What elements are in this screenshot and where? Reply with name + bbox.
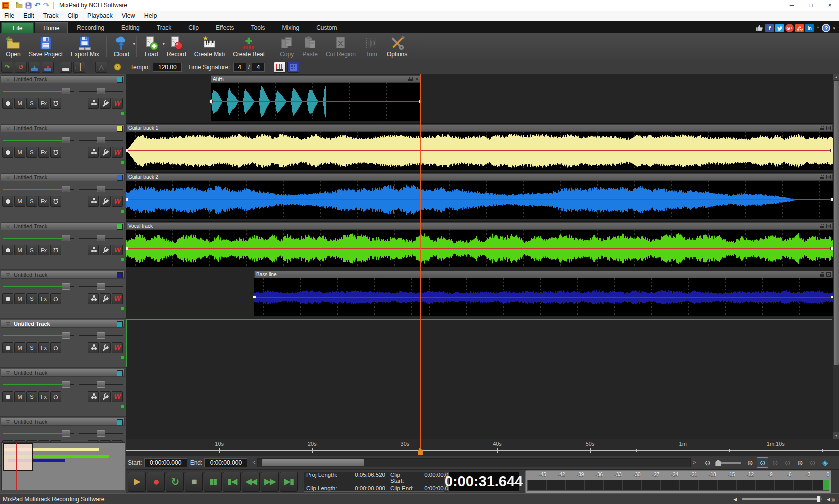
- collapse-track-icon[interactable]: ▽: [6, 321, 10, 326]
- record-button[interactable]: Record: [163, 34, 190, 59]
- record-arm-button[interactable]: [2, 196, 13, 207]
- track-tools-icon[interactable]: [100, 196, 111, 207]
- create-beat-button[interactable]: Create Beat: [229, 34, 269, 59]
- record-arm-button[interactable]: [2, 147, 13, 158]
- track-color-swatch[interactable]: [117, 370, 123, 376]
- track-settings-icon[interactable]: [88, 342, 99, 353]
- track-waveform-icon[interactable]: W: [112, 391, 123, 402]
- volume-slider[interactable]: [3, 136, 74, 144]
- pan-slider-handle[interactable]: [97, 235, 105, 241]
- headphones-button[interactable]: Ω: [50, 293, 61, 304]
- clip-guitar-track-2[interactable]: Guitar track 2×: [126, 173, 833, 219]
- tab-editing[interactable]: Editing: [113, 22, 148, 33]
- envelope-handle-left[interactable]: [209, 100, 213, 103]
- collapse-track-icon[interactable]: ▽: [6, 272, 10, 277]
- tab-file[interactable]: File: [1, 22, 34, 33]
- project-overview-map[interactable]: [1, 442, 125, 490]
- collapse-track-icon[interactable]: ▽: [6, 224, 10, 229]
- scroll-left-icon[interactable]: <: [250, 458, 257, 467]
- track-settings-icon[interactable]: [88, 293, 99, 304]
- volume-slider-handle[interactable]: [62, 332, 70, 339]
- split-clip-button[interactable]: →: [60, 62, 72, 73]
- playhead-line[interactable]: [420, 74, 421, 439]
- sync-button[interactable]: ◔: [111, 62, 123, 73]
- headphones-button[interactable]: Ω: [50, 196, 61, 207]
- tab-custom[interactable]: Custom: [308, 22, 345, 33]
- zoom-project-button[interactable]: ⊕: [794, 457, 806, 468]
- pan-slider-handle[interactable]: [97, 332, 105, 339]
- pan-slider[interactable]: [79, 136, 123, 144]
- pan-slider-handle[interactable]: [97, 430, 105, 437]
- mute-button[interactable]: M: [14, 196, 25, 207]
- tab-home[interactable]: Home: [35, 22, 68, 33]
- clip-header[interactable]: AhHi×: [211, 75, 421, 83]
- fx-button[interactable]: Fx: [38, 98, 49, 109]
- collapse-track-icon[interactable]: ▽: [6, 126, 10, 131]
- fx-button[interactable]: Fx: [38, 245, 49, 255]
- speaker-icon[interactable]: ◄))): [826, 496, 834, 502]
- volume-slider-handle[interactable]: [62, 283, 70, 290]
- headphones-button[interactable]: Ω: [50, 391, 61, 402]
- pan-slider-handle[interactable]: [97, 137, 105, 143]
- clip-header[interactable]: Vocal track×: [126, 222, 833, 230]
- headphones-button[interactable]: Ω: [50, 147, 61, 158]
- quick-open-icon[interactable]: [15, 1, 24, 10]
- delete-track-button[interactable]: ×: [42, 62, 54, 73]
- track-settings-icon[interactable]: [88, 391, 99, 402]
- minimize-button[interactable]: ─: [782, 0, 801, 11]
- clip-ahhi[interactable]: AhHi×: [211, 75, 421, 121]
- track-color-swatch[interactable]: [117, 126, 123, 132]
- volume-slider[interactable]: [3, 381, 74, 389]
- track-tools-icon[interactable]: [100, 98, 111, 109]
- track-settings-icon[interactable]: [88, 196, 99, 207]
- loop-button[interactable]: ↻: [166, 472, 184, 492]
- track-tools-icon[interactable]: [100, 293, 111, 304]
- envelope-handle-right[interactable]: [830, 149, 833, 152]
- clip-vocal-track[interactable]: Vocal track×: [126, 222, 833, 267]
- help-icon[interactable]: ?: [822, 24, 830, 32]
- cloud-button[interactable]: Cloud▾: [110, 34, 133, 59]
- clip-lock-icon[interactable]: [820, 126, 824, 130]
- play-button[interactable]: ▶: [128, 472, 146, 492]
- twitter-icon[interactable]: [775, 24, 784, 32]
- zoom-slider-handle[interactable]: [715, 460, 721, 466]
- menu-edit[interactable]: Edit: [19, 11, 39, 20]
- pan-slider-handle[interactable]: [97, 186, 105, 192]
- track-color-swatch[interactable]: [117, 272, 123, 278]
- grid-view-button[interactable]: [287, 62, 299, 73]
- clip-close-icon[interactable]: ×: [826, 175, 831, 179]
- pan-slider-handle[interactable]: [97, 88, 105, 94]
- headphones-button[interactable]: Ω: [50, 245, 61, 255]
- tab-track[interactable]: Track: [149, 22, 180, 33]
- pan-slider-handle[interactable]: [97, 283, 105, 290]
- clip-header[interactable]: Guitar track 2×: [126, 173, 833, 181]
- scroll-down-icon[interactable]: ▼: [833, 432, 839, 439]
- metronome-button[interactable]: △: [95, 62, 107, 73]
- track-color-swatch[interactable]: [117, 419, 123, 425]
- quick-save-icon[interactable]: [24, 1, 33, 10]
- tab-clip[interactable]: Clip: [180, 22, 207, 33]
- mute-button[interactable]: M: [14, 147, 25, 158]
- clip-close-icon[interactable]: ×: [826, 126, 831, 130]
- pan-slider[interactable]: [79, 332, 123, 340]
- clip-bass-line[interactable]: Bass line×: [254, 271, 833, 316]
- fast-forward-button[interactable]: ▶▶: [261, 472, 279, 492]
- volume-slider[interactable]: [3, 185, 74, 193]
- pan-slider[interactable]: [79, 87, 123, 95]
- vertical-scrollbar[interactable]: ▲ ▼: [833, 74, 839, 439]
- track-tools-icon[interactable]: [100, 147, 111, 158]
- create-midi-button[interactable]: Create Midi: [190, 34, 229, 59]
- vertical-scroll-thumb[interactable]: [834, 81, 839, 365]
- facebook-icon[interactable]: f: [765, 24, 774, 32]
- menu-help[interactable]: Help: [140, 11, 162, 20]
- clip-lock-icon[interactable]: [820, 175, 824, 179]
- track-tools-icon[interactable]: [100, 245, 111, 255]
- start-time-field[interactable]: 0:00:00.000: [144, 458, 187, 467]
- mute-button[interactable]: M: [14, 342, 25, 353]
- zoom-slider[interactable]: [714, 458, 743, 467]
- linkedin-icon[interactable]: in: [805, 24, 814, 32]
- clip-guitar-track-1[interactable]: Guitar track 1×: [126, 124, 833, 170]
- volume-slider-handle[interactable]: [62, 137, 70, 143]
- track-header[interactable]: ▽Untitled Track: [1, 320, 125, 328]
- track-settings-icon[interactable]: [88, 147, 99, 158]
